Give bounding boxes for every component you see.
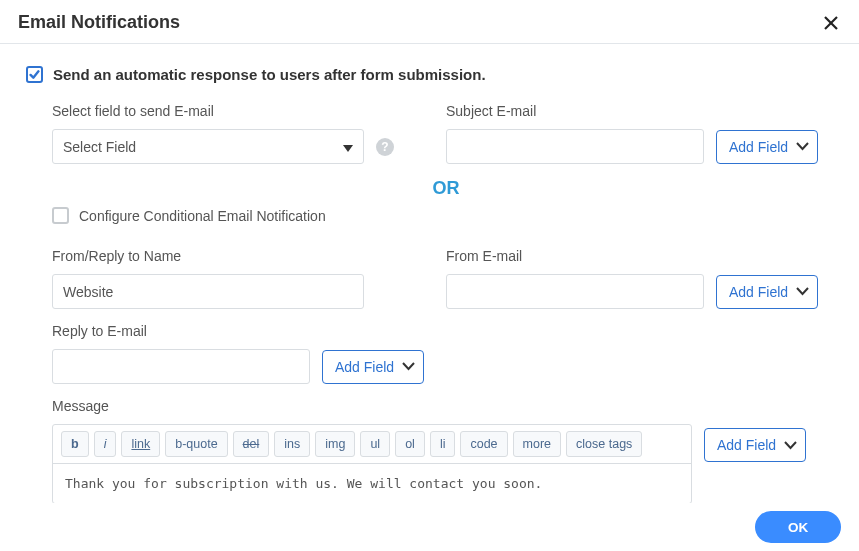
toolbar-bquote-button[interactable]: b-quote: [165, 431, 227, 457]
toolbar-code-button[interactable]: code: [460, 431, 507, 457]
toolbar-closetags-button[interactable]: close tags: [566, 431, 642, 457]
or-divider: OR: [52, 170, 840, 207]
toolbar-bold-button[interactable]: b: [61, 431, 89, 457]
check-icon: [29, 69, 40, 80]
toolbar-del-button[interactable]: del: [233, 431, 270, 457]
reply-email-add-field-button[interactable]: Add Field: [322, 350, 424, 384]
toolbar-li-button[interactable]: li: [430, 431, 456, 457]
toolbar-ins-button[interactable]: ins: [274, 431, 310, 457]
toolbar-ol-button[interactable]: ol: [395, 431, 425, 457]
conditional-label: Configure Conditional Email Notification: [79, 208, 326, 224]
dialog-body: Send an automatic response to users afte…: [0, 44, 859, 503]
chevron-down-icon: [402, 362, 415, 371]
help-icon[interactable]: ?: [376, 138, 394, 156]
from-email-input[interactable]: [446, 274, 704, 309]
dialog-header: Email Notifications: [0, 0, 859, 44]
subject-label: Subject E-mail: [446, 103, 840, 119]
reply-email-group: Reply to E-mail Add Field: [52, 323, 446, 384]
select-field-label: Select field to send E-mail: [52, 103, 446, 119]
ok-button[interactable]: OK: [755, 511, 841, 543]
from-name-group: From/Reply to Name: [52, 248, 446, 309]
reply-email-input[interactable]: [52, 349, 310, 384]
toolbar-more-button[interactable]: more: [513, 431, 561, 457]
from-name-input[interactable]: [52, 274, 364, 309]
chevron-down-icon: [784, 441, 797, 450]
svg-marker-2: [343, 145, 353, 152]
toolbar-img-button[interactable]: img: [315, 431, 355, 457]
message-textarea[interactable]: Thank you for subscription with us. We w…: [53, 463, 691, 503]
toolbar-italic-button[interactable]: i: [94, 431, 117, 457]
reply-email-label: Reply to E-mail: [52, 323, 446, 339]
chevron-down-icon: [796, 287, 809, 296]
add-field-label: Add Field: [729, 284, 788, 300]
close-icon: [823, 15, 839, 31]
send-automatic-checkbox[interactable]: [26, 66, 43, 83]
from-name-label: From/Reply to Name: [52, 248, 446, 264]
add-field-label: Add Field: [717, 437, 776, 453]
close-button[interactable]: [821, 13, 841, 33]
send-automatic-label: Send an automatic response to users afte…: [53, 66, 486, 83]
subject-add-field-button[interactable]: Add Field: [716, 130, 818, 164]
toolbar-link-button[interactable]: link: [121, 431, 160, 457]
select-field-dropdown[interactable]: Select Field: [52, 129, 364, 164]
select-field-group: Select field to send E-mail Select Field…: [52, 103, 446, 164]
email-notifications-dialog: Email Notifications Send an automatic re…: [0, 0, 859, 551]
message-add-field-button[interactable]: Add Field: [704, 428, 806, 462]
conditional-checkbox[interactable]: [52, 207, 69, 224]
message-label: Message: [52, 398, 840, 414]
subject-group: Subject E-mail Add Field: [446, 103, 840, 164]
toolbar-ul-button[interactable]: ul: [360, 431, 390, 457]
send-automatic-row: Send an automatic response to users afte…: [26, 66, 833, 83]
select-field-value: Select Field: [63, 139, 136, 155]
add-field-label: Add Field: [729, 139, 788, 155]
from-email-group: From E-mail Add Field: [446, 248, 840, 309]
from-email-add-field-button[interactable]: Add Field: [716, 275, 818, 309]
form-grid: Select field to send E-mail Select Field…: [52, 103, 833, 503]
dialog-title: Email Notifications: [18, 12, 180, 33]
chevron-down-icon: [796, 142, 809, 151]
message-group: Message b i link b-quote del ins img ul …: [52, 398, 840, 503]
conditional-row: Configure Conditional Email Notification: [52, 207, 840, 224]
from-email-label: From E-mail: [446, 248, 840, 264]
dialog-footer: OK: [0, 503, 859, 551]
add-field-label: Add Field: [335, 359, 394, 375]
editor-toolbar: b i link b-quote del ins img ul ol li co…: [53, 425, 691, 463]
message-editor: b i link b-quote del ins img ul ol li co…: [52, 424, 692, 503]
subject-input[interactable]: [446, 129, 704, 164]
caret-down-icon: [343, 139, 353, 155]
